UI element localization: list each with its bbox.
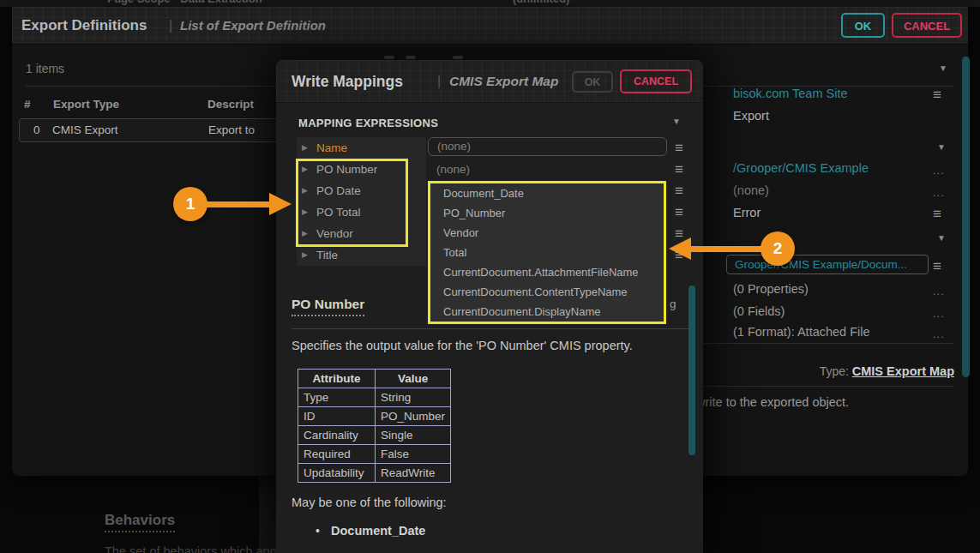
mapping-row-label: Name [316,137,347,159]
dropdown-item[interactable]: Document_Date [430,183,664,203]
highlight-box-fields [296,159,408,247]
ellipsis-icon[interactable]: ... [933,186,945,199]
list-item: Document_Date [331,524,425,538]
expression-menu-icon[interactable]: ≡ [670,180,688,201]
chevron-down-icon[interactable]: ▼ [672,117,681,126]
chevron-down-icon[interactable]: ▼ [937,233,946,243]
attr-name: Updatability [298,464,376,483]
callout-arrowhead-2 [669,237,691,260]
name-expression-value: (none) [437,138,471,155]
type-link[interactable]: CMIS Export Map [852,364,954,378]
po-number-expression-value[interactable]: (none) [436,159,470,180]
format-value[interactable]: (1 Format): Attached File [733,325,870,339]
dialog-subtitle: CMIS Export Map [449,60,558,103]
fields-value[interactable]: (0 Fields) [733,304,785,318]
dialog-ok-button[interactable]: OK [572,71,613,93]
callout-arrowhead-1 [269,193,292,215]
attr-name: Cardinality [298,426,376,445]
site-link[interactable]: bisok.com Team Site [733,87,848,100]
error-value[interactable]: Error [733,206,761,219]
attr-value: PO_Number [376,407,451,426]
mapping-row-name[interactable]: ▶ Name [297,137,426,159]
dialog-cancel-button[interactable]: CANCEL [620,69,692,93]
expression-menu-icon[interactable]: ≡ [670,159,688,180]
type-row: Type: CMIS Export Map [820,364,954,378]
ellipsis-icon[interactable]: ... [933,328,945,340]
attr-header: Attribute [298,370,376,388]
attribute-table: Attribute Value Type String ID PO_Number… [298,369,451,483]
behaviors-section-title: Behaviors [105,512,175,532]
divider [698,343,954,344]
dropdown-item[interactable]: PO_Number [430,203,664,223]
menu-icon[interactable]: ≡ [933,90,941,100]
column-header-export-type: Export Type [53,98,119,111]
list-intro-text: May be one of the following: [292,496,447,509]
column-header-description: Descript [207,98,254,111]
attr-header: Value [376,370,451,388]
attr-value: Single [376,426,451,445]
dropdown-item[interactable]: CurrentDocument.DisplayName [430,302,664,322]
attr-name: Required [298,445,376,464]
ellipsis-icon[interactable]: ... [933,285,945,298]
clipped-description-text: write to the exported object. [696,395,849,409]
attr-value: String [376,388,451,407]
attr-value: False [376,445,451,464]
dialog-header: Write Mappings | CMIS Export Map OK CANC… [276,60,703,103]
attr-value: ReadWrite [376,464,451,483]
mapping-row-title[interactable]: ▶ Title [297,244,426,266]
dialog-title: Write Mappings [292,60,403,103]
dropdown-item[interactable]: CurrentDocument.ContentTypeName [430,282,664,302]
name-expression-input[interactable]: (none) [428,137,667,156]
chevron-right-icon: ▶ [302,244,308,266]
row-export-type-cell: CMIS Export [52,119,118,141]
dropdown-item[interactable]: Total [430,243,664,262]
expression-menu-icon[interactable]: ≡ [670,137,688,159]
none-value[interactable]: (none) [733,183,769,197]
export-definitions-header: Export Definitions | List of Export Defi… [12,7,968,45]
page-subtitle: List of Export Definition [180,7,326,45]
menu-icon[interactable]: ≡ [933,261,941,272]
dropdown-item[interactable]: Vendor [430,223,664,243]
ellipsis-icon[interactable]: ... [933,164,945,177]
row-number-cell: 0 [33,119,40,141]
folder-link[interactable]: /Grooper/CMIS Example [733,161,869,175]
bullet-icon: • [316,524,320,538]
attr-name: ID [298,407,376,426]
content-type-field[interactable]: Grooper/CMIS Example/Docum... [726,255,929,274]
export-value[interactable]: Export [733,109,769,123]
partially-occluded-icon [453,56,463,59]
type-label: Type: [820,364,849,378]
menu-icon[interactable]: ≡ [933,209,941,219]
callout-circle-1: 1 [173,187,207,221]
clipped-text: g [670,298,676,310]
clipped-background-text: Page Scope - Data Extraction [107,0,262,5]
background-top-strip: Page Scope - Data Extraction (unlimited) [0,0,980,7]
ellipsis-icon[interactable]: ... [933,307,945,320]
content-type-value: Grooper/CMIS Example/Docum... [735,255,907,273]
expression-menu-icon[interactable]: ≡ [670,201,688,223]
callout-arrow-2 [689,246,763,252]
mapping-expressions-header: MAPPING EXPRESSIONS [298,117,438,129]
write-mappings-dialog: Write Mappings | CMIS Export Map OK CANC… [276,60,703,553]
dialog-vertical-scrollbar[interactable] [688,286,695,455]
items-count: 1 items [26,62,64,75]
screen: Page Scope - Data Extraction (unlimited)… [0,0,980,553]
chevron-down-icon[interactable]: ▼ [937,142,946,152]
title-separator: | [169,7,172,45]
vertical-scrollbar[interactable] [962,57,970,377]
properties-value[interactable]: (0 Properties) [733,282,809,296]
mapping-row-label: Title [316,244,338,266]
column-header-number: # [24,98,31,111]
partially-occluded-icon [406,56,416,59]
callout-circle-2: 2 [761,231,795,266]
expression-dropdown: Document_Date PO_Number Vendor Total Cur… [428,181,666,324]
chevron-down-icon[interactable]: ▼ [939,63,947,73]
title-separator: | [437,60,441,103]
chevron-right-icon: ▶ [302,137,308,159]
divider [698,386,954,387]
page-title: Export Definitions [21,7,147,45]
ok-button[interactable]: OK [841,13,885,38]
property-description-title: PO Number [292,297,364,316]
dropdown-item[interactable]: CurrentDocument.AttachmentFileName [430,262,664,282]
cancel-button[interactable]: CANCEL [892,13,962,38]
